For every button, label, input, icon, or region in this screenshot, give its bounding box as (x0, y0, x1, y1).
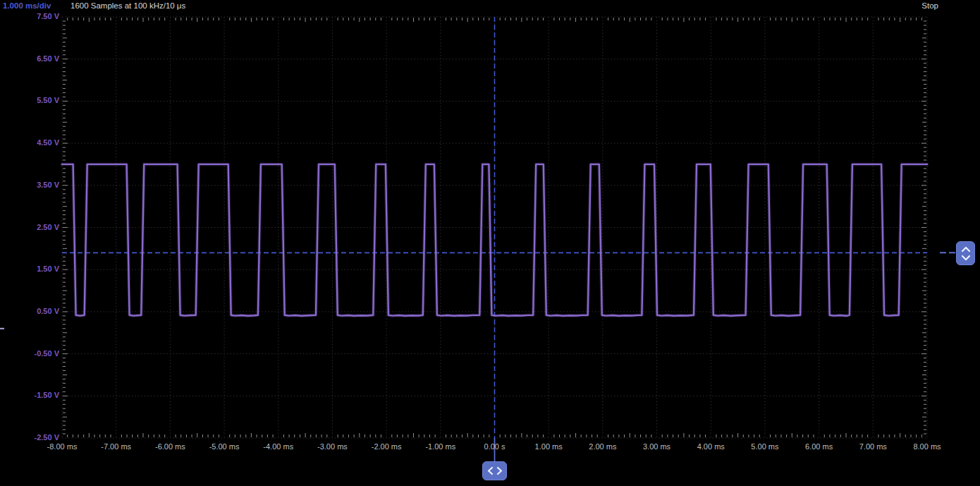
x-axis-label: 1.00 ms (522, 442, 575, 451)
x-axis-label: -1.00 ms (414, 442, 467, 451)
x-axis-label: -5.00 ms (197, 442, 251, 451)
x-axis-label: 4.00 ms (684, 442, 737, 451)
trigger-level-button[interactable] (956, 241, 975, 265)
x-axis-label: 3.00 ms (630, 442, 684, 451)
y-axis-label: -0.50 V (0, 349, 59, 358)
y-axis-label: 5.50 V (0, 96, 59, 105)
y-axis-label: 2.50 V (0, 223, 59, 232)
x-axis-label: 0.00 s (468, 442, 522, 451)
chevron-left-icon (487, 466, 494, 475)
y-axis-label: 7.50 V (0, 12, 59, 21)
y-axis-label: 3.50 V (0, 181, 59, 190)
chevron-down-icon (961, 255, 971, 261)
x-axis-label: -7.00 ms (90, 442, 143, 451)
x-axis-label: -8.00 ms (35, 442, 89, 451)
x-axis-label: 7.00 ms (846, 442, 900, 451)
y-axis-label: 6.50 V (0, 54, 59, 63)
chevron-up-icon (961, 246, 971, 253)
y-axis-label: 1.50 V (0, 265, 59, 274)
x-axis-label: 5.00 ms (738, 442, 792, 451)
x-axis-label: -3.00 ms (305, 442, 359, 451)
x-axis-label: -6.00 ms (143, 442, 197, 451)
y-axis-label: 4.50 V (0, 138, 59, 147)
oscilloscope-screen: 1.000 ms/div 1600 Samples at 100 kHz/10 … (0, 0, 980, 486)
x-axis-label: 2.00 ms (576, 442, 630, 451)
trigger-position-button[interactable] (482, 461, 507, 480)
chevron-right-icon (496, 466, 503, 475)
y-axis-label: -1.50 V (0, 391, 59, 400)
x-axis-label: 6.00 ms (792, 442, 846, 451)
x-axis-label: -4.00 ms (252, 442, 305, 451)
scope-plot (0, 0, 980, 486)
x-axis-label: -2.00 ms (360, 442, 413, 451)
x-axis-label: 8.00 ms (900, 442, 954, 451)
y-axis-label: 0.50 V (0, 307, 59, 316)
